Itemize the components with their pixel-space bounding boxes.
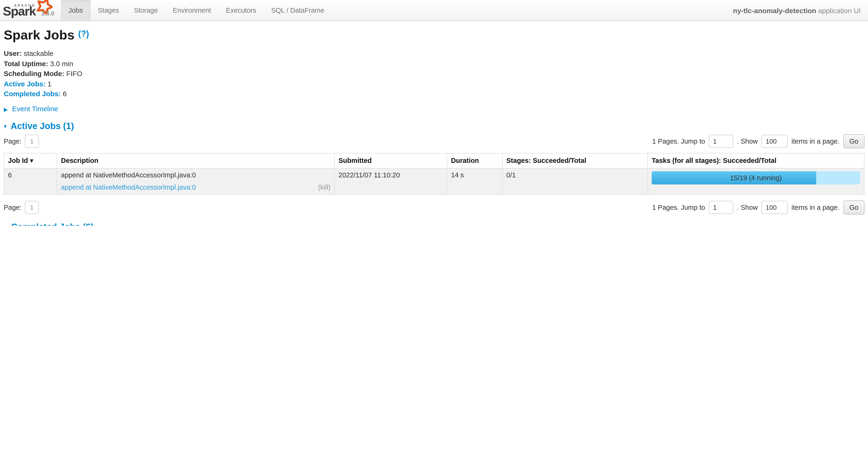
- summary-completed-jobs: Completed Jobs: 6: [4, 89, 865, 99]
- summary-active-jobs: Active Jobs: 1: [4, 79, 865, 89]
- items-per-page-input[interactable]: [762, 201, 788, 214]
- active-jobs-header-row: Job Id ▾ Description Submitted Duration …: [4, 153, 864, 168]
- active-jobs-link[interactable]: Active Jobs:: [4, 80, 45, 88]
- completed-jobs-section-header[interactable]: ▾ Completed Jobs (6): [4, 222, 865, 226]
- progress-label: 15/19 (4 running): [652, 171, 860, 184]
- col-stages[interactable]: Stages: Succeeded/Total: [502, 153, 648, 168]
- items-text: items in a page.: [792, 203, 840, 211]
- show-text: . Show: [737, 137, 758, 145]
- submitted-cell: 2022/11/07 11:10:20: [335, 168, 447, 194]
- tasks-progress-bar: 15/19 (4 running): [652, 171, 860, 184]
- kill-link[interactable]: (kill): [318, 183, 331, 191]
- col-job-id[interactable]: Job Id ▾: [4, 153, 57, 168]
- page-title: Spark Jobs (?): [4, 28, 865, 43]
- logo-spark-text: Spark: [3, 4, 36, 19]
- summary-scheduling-mode: Scheduling Mode: FIFO: [4, 68, 865, 79]
- nav-tabs: Jobs Stages Storage Environment Executor…: [61, 0, 332, 21]
- tasks-progress-cell: 15/19 (4 running): [648, 168, 864, 194]
- stages-cell: 0/1: [502, 168, 648, 194]
- help-link[interactable]: (?): [78, 29, 89, 38]
- col-description[interactable]: Description: [57, 153, 335, 168]
- tab-executors[interactable]: Executors: [218, 0, 264, 21]
- job-detail-link[interactable]: append at NativeMethodAccessorImpl.java:…: [61, 183, 196, 191]
- active-jobs-pagination-bottom: Page: 1 Pages. Jump to . Show items in a…: [4, 200, 865, 214]
- items-per-page-input[interactable]: [762, 135, 788, 148]
- go-button[interactable]: Go: [843, 134, 865, 148]
- page-content: Spark Jobs (?) User: stackable Total Upt…: [0, 28, 868, 226]
- active-jobs-section-header[interactable]: ▾ Active Jobs (1): [4, 121, 865, 131]
- col-submitted[interactable]: Submitted: [335, 153, 447, 168]
- pages-text: 1 Pages. Jump to: [652, 137, 705, 145]
- expanded-arrow-icon: ▾: [4, 123, 6, 129]
- spark-ui-page: APACHE Spark 3.3.0 Jobs Stages Storage E…: [0, 0, 868, 226]
- collapsed-arrow-icon: ▶: [4, 106, 8, 112]
- application-name: ny-tlc-anomaly-detection application UI: [733, 6, 868, 14]
- duration-cell: 14 s: [447, 168, 502, 194]
- tab-storage[interactable]: Storage: [127, 0, 165, 21]
- jump-to-input[interactable]: [709, 201, 733, 214]
- tab-stages[interactable]: Stages: [90, 0, 126, 21]
- col-tasks[interactable]: Tasks (for all stages): Succeeded/Total: [648, 153, 864, 168]
- spark-version: 3.3.0: [41, 10, 54, 17]
- jump-to-input[interactable]: [709, 135, 733, 148]
- pages-text: 1 Pages. Jump to: [652, 203, 705, 211]
- completed-jobs-link[interactable]: Completed Jobs:: [4, 90, 61, 97]
- show-text: . Show: [737, 203, 758, 211]
- tab-jobs[interactable]: Jobs: [61, 0, 90, 21]
- page-label: Page:: [4, 203, 22, 211]
- active-jobs-pagination-top: Page: 1 Pages. Jump to . Show items in a…: [4, 134, 865, 148]
- top-navbar: APACHE Spark 3.3.0 Jobs Stages Storage E…: [0, 0, 868, 21]
- application-id: ny-tlc-anomaly-detection: [733, 6, 816, 14]
- col-duration[interactable]: Duration: [447, 153, 502, 168]
- job-summary: User: stackable Total Uptime: 3.0 min Sc…: [4, 48, 865, 99]
- tab-environment[interactable]: Environment: [165, 0, 218, 21]
- page-label: Page:: [4, 137, 22, 145]
- event-timeline-toggle[interactable]: ▶ Event Timeline: [4, 105, 865, 112]
- page-number-input[interactable]: [25, 135, 39, 148]
- expanded-arrow-icon: ▾: [4, 224, 6, 226]
- active-jobs-table: Job Id ▾ Description Submitted Duration …: [4, 153, 865, 195]
- table-row: 6 append at NativeMethodAccessorImpl.jav…: [4, 168, 864, 194]
- go-button[interactable]: Go: [843, 200, 865, 214]
- page-number-input[interactable]: [25, 201, 39, 214]
- summary-uptime: Total Uptime: 3.0 min: [4, 58, 865, 68]
- summary-user: User: stackable: [4, 48, 865, 58]
- description-cell: append at NativeMethodAccessorImpl.java:…: [57, 168, 335, 194]
- tab-sql-dataframe[interactable]: SQL / DataFrame: [264, 0, 332, 21]
- items-text: items in a page.: [792, 137, 840, 145]
- application-ui-suffix: application UI: [818, 6, 861, 14]
- job-id-cell: 6: [4, 168, 57, 194]
- spark-logo: APACHE Spark 3.3.0: [0, 0, 61, 21]
